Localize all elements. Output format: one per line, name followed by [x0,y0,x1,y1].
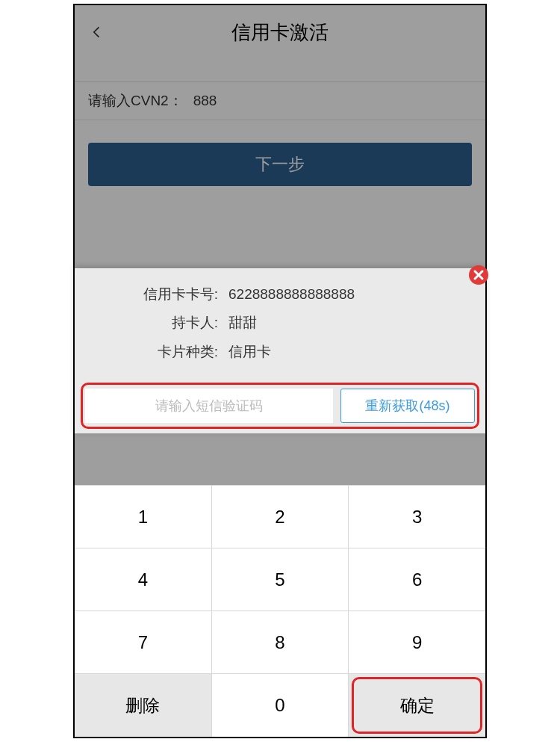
numeric-keypad: 1 2 3 4 5 6 7 8 9 删除 0 确定 [75,485,485,737]
holder-label: 持卡人: [91,312,218,334]
key-5[interactable]: 5 [212,548,349,611]
key-6[interactable]: 6 [349,548,485,611]
holder-value: 甜甜 [228,312,257,334]
card-number-label: 信用卡卡号: [91,283,218,306]
holder-row: 持卡人: 甜甜 [91,312,469,334]
card-type-row: 卡片种类: 信用卡 [91,341,469,363]
device-frame: 信用卡激活 请输入CVN2： 888 下一步 信用卡卡号: 6228888888… [73,4,487,738]
key-7[interactable]: 7 [75,611,212,674]
key-delete[interactable]: 删除 [75,674,212,737]
card-number-row: 信用卡卡号: 6228888888888888 [91,283,469,306]
key-confirm[interactable]: 确定 [349,674,485,737]
key-8[interactable]: 8 [212,611,349,674]
key-confirm-label: 确定 [400,694,435,717]
resend-button[interactable]: 重新获取(48s) [340,389,475,423]
close-icon[interactable] [467,264,490,286]
key-1[interactable]: 1 [75,486,212,548]
key-9[interactable]: 9 [349,611,485,674]
card-type-value: 信用卡 [228,341,271,363]
key-2[interactable]: 2 [212,486,349,548]
sms-code-input[interactable]: 请输入短信验证码 [85,389,333,423]
card-number-value: 6228888888888888 [228,283,355,306]
key-3[interactable]: 3 [349,486,485,548]
card-type-label: 卡片种类: [91,341,218,363]
card-info: 信用卡卡号: 6228888888888888 持卡人: 甜甜 卡片种类: 信用… [75,268,485,378]
sms-row: 请输入短信验证码 重新获取(48s) [75,378,485,433]
key-0[interactable]: 0 [212,674,349,737]
key-4[interactable]: 4 [75,548,212,611]
verification-modal: 信用卡卡号: 6228888888888888 持卡人: 甜甜 卡片种类: 信用… [75,268,485,433]
